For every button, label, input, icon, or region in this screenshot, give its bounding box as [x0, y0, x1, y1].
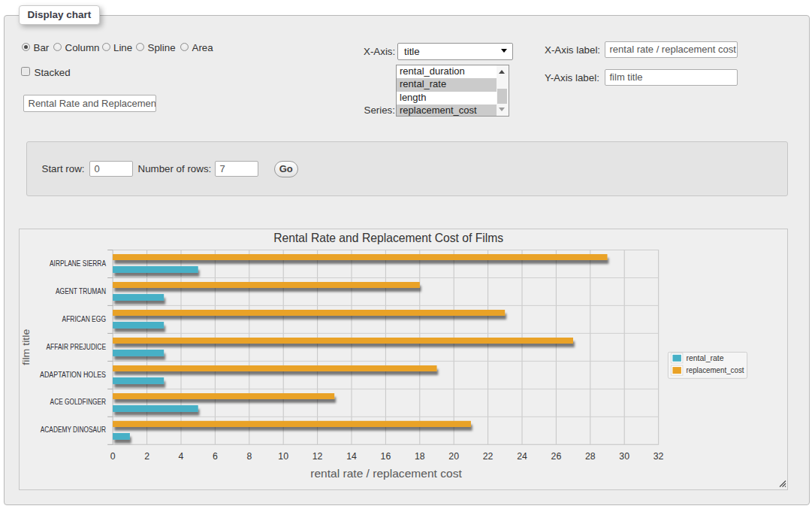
svg-text:8: 8 — [246, 451, 252, 462]
svg-text:AFFAIR PREJUDICE: AFFAIR PREJUDICE — [47, 343, 107, 351]
svg-text:rental_rate: rental_rate — [687, 353, 724, 362]
svg-text:12: 12 — [312, 451, 323, 462]
svg-text:10: 10 — [278, 451, 288, 462]
svg-text:film title: film title — [20, 329, 32, 365]
svg-text:32: 32 — [654, 451, 664, 462]
svg-text:ACADEMY DINOSAUR: ACADEMY DINOSAUR — [41, 426, 106, 434]
svg-text:ACE GOLDFINGER: ACE GOLDFINGER — [50, 398, 106, 406]
svg-text:6: 6 — [213, 451, 218, 462]
svg-text:AIRPLANE SIERRA: AIRPLANE SIERRA — [50, 259, 106, 268]
svg-text:24: 24 — [517, 451, 527, 462]
svg-text:0: 0 — [110, 451, 116, 462]
svg-text:rental rate / replacement cost: rental rate / replacement cost — [310, 467, 462, 480]
svg-text:14: 14 — [346, 451, 357, 462]
svg-text:replacement_cost: replacement_cost — [687, 365, 744, 374]
svg-text:26: 26 — [551, 451, 562, 462]
svg-text:22: 22 — [483, 451, 494, 462]
svg-text:2: 2 — [144, 451, 149, 462]
svg-text:Rental Rate and Replacement Co: Rental Rate and Replacement Cost of Film… — [273, 231, 503, 244]
svg-text:AFRICAN EGG: AFRICAN EGG — [62, 315, 107, 323]
svg-text:ADAPTATION HOLES: ADAPTATION HOLES — [40, 371, 106, 379]
svg-text:28: 28 — [585, 451, 596, 462]
svg-text:18: 18 — [415, 451, 425, 462]
svg-text:AGENT TRUMAN: AGENT TRUMAN — [56, 287, 106, 295]
svg-text:30: 30 — [619, 451, 629, 462]
svg-text:4: 4 — [179, 451, 184, 462]
svg-text:20: 20 — [448, 451, 459, 462]
svg-text:16: 16 — [381, 451, 391, 462]
